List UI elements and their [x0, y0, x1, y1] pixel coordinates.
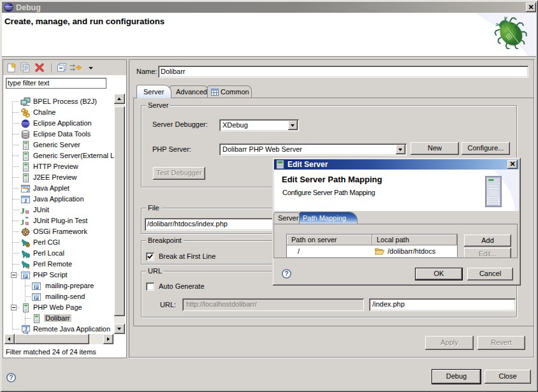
svg-text:J: J [25, 326, 27, 332]
svg-text:u: u [25, 219, 29, 226]
svg-text:u: u [25, 207, 29, 215]
svg-text:J: J [20, 206, 25, 215]
svg-text:J: J [24, 197, 27, 203]
svg-text:P: P [34, 294, 38, 300]
svg-text:P: P [24, 273, 27, 279]
svg-text:P: P [34, 284, 38, 289]
svg-text:?: ? [9, 374, 13, 381]
svg-text:J: J [20, 218, 24, 226]
svg-text:J: J [27, 187, 29, 193]
svg-text:?: ? [284, 270, 288, 277]
